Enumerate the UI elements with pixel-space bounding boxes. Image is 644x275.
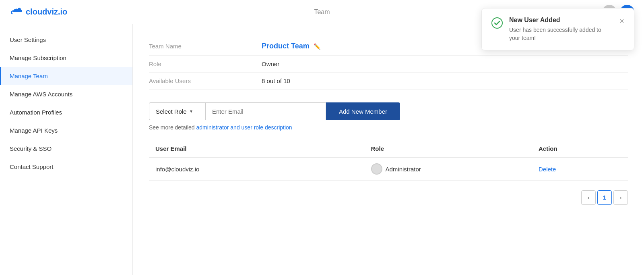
role-value: Owner (262, 60, 279, 67)
select-role-label: Select Role (156, 108, 187, 115)
sidebar-item-manage-subscription[interactable]: Manage Subscription (0, 49, 132, 67)
toast-close-button[interactable]: × (619, 17, 624, 26)
col-header-role: Role (365, 140, 533, 157)
sidebar-item-automation-profiles[interactable]: Automation Profiles (0, 103, 132, 121)
role-badge: Administrator (371, 163, 526, 175)
table-header-row: User Email Role Action (149, 140, 628, 157)
select-role-dropdown[interactable]: Select Role ▾ (149, 102, 205, 120)
main-layout: User Settings Manage Subscription Manage… (0, 24, 644, 275)
header-page-title: Team (314, 8, 330, 16)
sidebar-item-manage-aws[interactable]: Manage AWS Accounts (0, 85, 132, 103)
sidebar: User Settings Manage Subscription Manage… (0, 24, 133, 275)
sidebar-item-user-settings[interactable]: User Settings (0, 31, 132, 49)
user-role-cell: Administrator (365, 157, 533, 181)
svg-point-0 (492, 18, 502, 28)
add-member-section: Select Role ▾ Add New Member See more de… (149, 102, 628, 131)
pagination-page-1-button[interactable]: 1 (597, 190, 612, 205)
role-toggle[interactable] (371, 163, 382, 175)
logo[interactable]: cloudviz.io (10, 6, 67, 19)
role-description-link[interactable]: administrator and user role description (196, 124, 292, 131)
sidebar-item-manage-api-keys[interactable]: Manage API Keys (0, 121, 132, 140)
available-users-value: 8 out of 10 (262, 77, 290, 84)
pagination-next-button[interactable]: › (613, 190, 628, 205)
available-users-row: Available Users 8 out of 10 (149, 73, 628, 90)
role-description: See more detailed administrator and user… (149, 124, 628, 131)
delete-button[interactable]: Delete (539, 166, 556, 173)
table-header: User Email Role Action (149, 140, 628, 157)
main-content: Team Name Product Team ✏️ Role Owner Ava… (133, 24, 644, 275)
available-users-label: Available Users (149, 77, 262, 84)
sidebar-item-manage-team[interactable]: Manage Team (0, 67, 132, 85)
role-label-text: Administrator (386, 166, 421, 173)
role-label: Role (149, 60, 262, 67)
table-body: info@cloudviz.io Administrator Delete (149, 157, 628, 181)
logo-icon (10, 6, 23, 19)
add-member-row: Select Role ▾ Add New Member (149, 102, 628, 120)
toast-check-icon (491, 17, 503, 31)
team-name-value: Product Team (262, 42, 310, 50)
pagination-prev-button[interactable]: ‹ (581, 190, 596, 205)
chevron-down-icon: ▾ (190, 108, 192, 114)
members-table: User Email Role Action info@cloudviz.io … (149, 140, 628, 181)
sidebar-item-contact-support[interactable]: Contact Support (0, 158, 132, 176)
col-header-email: User Email (149, 140, 365, 157)
sidebar-item-security-sso[interactable]: Security & SSO (0, 140, 132, 158)
logo-text: cloudviz.io (26, 7, 67, 17)
add-new-member-button[interactable]: Add New Member (326, 102, 400, 120)
toast-message: User has been successfully added to your… (509, 26, 610, 42)
toast-title: New User Added (509, 17, 610, 24)
toast-body: New User Added User has been successfull… (509, 17, 610, 42)
user-email-cell: info@cloudviz.io (149, 157, 365, 181)
action-cell: Delete (532, 157, 628, 181)
team-name-label: Team Name (149, 43, 262, 50)
table-row: info@cloudviz.io Administrator Delete (149, 157, 628, 181)
role-row: Role Owner (149, 56, 628, 73)
pagination: ‹ 1 › (149, 190, 628, 205)
col-header-action: Action (532, 140, 628, 157)
email-input[interactable] (205, 102, 326, 120)
toast-notification: New User Added User has been successfull… (481, 8, 634, 50)
edit-team-name-icon[interactable]: ✏️ (314, 43, 320, 50)
